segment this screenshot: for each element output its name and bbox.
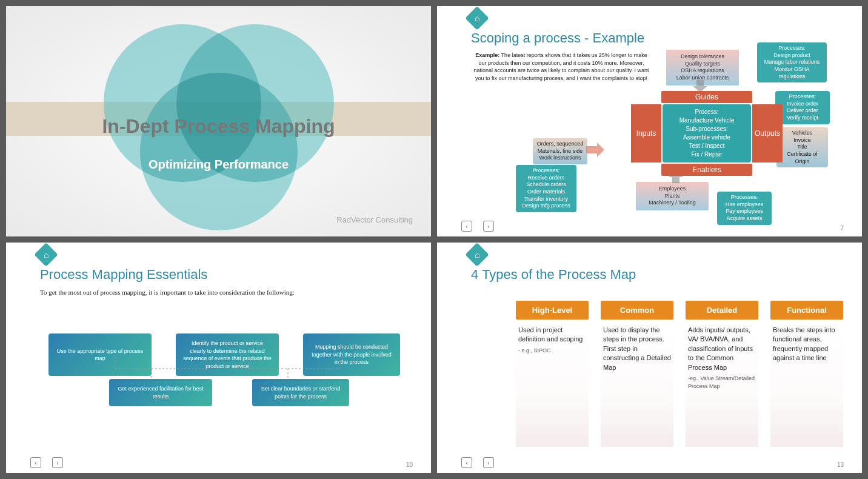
type-body: Used to display the steps in the process… [601,326,673,447]
prev-button[interactable]: ‹ [30,457,41,468]
next-button[interactable]: › [52,457,63,468]
example-text: Example: The latest reports shows that i… [473,52,649,82]
slide-nav: ‹ › [461,457,494,468]
brand-label: RadVector Consulting [336,215,413,224]
type-col: Detailed Adds inputs/ outputs, VA/ BVA/N… [686,301,758,447]
type-heading: Detailed [686,301,758,320]
presentation-title: In-Dept Process Mapping [6,115,431,138]
page-number: 7 [840,225,844,232]
slide-title: In-Dept Process Mapping Optimizing Perfo… [6,6,431,236]
type-heading: Common [601,301,673,320]
essentials-bottom-row: Get experienced facilitation for best re… [109,379,349,406]
essential-box: Set clear boundaries or start/end points… [252,379,349,406]
type-col: High-Level Used in project definition an… [516,301,589,447]
types-row: High-Level Used in project definition an… [516,301,862,447]
outputs-data-box: VehiclesInvoiceTitleCertificate of Origi… [776,127,828,167]
guides-label: Guides [661,91,752,103]
enablers-data-box: EmployeesPlantsMachinery / Tooling [636,182,709,210]
slide-scoping-example: ⌂ Scoping a process - Example Example: T… [437,6,862,236]
slide-heading: 4 Types of the Process Map [471,267,862,283]
page-number: 13 [837,461,844,468]
type-heading: Functional [770,301,843,320]
home-icon[interactable]: ⌂ [34,243,58,267]
connectors [48,357,400,381]
inputs-processes-box: Processes:Receive ordersSchedule ordersO… [516,165,576,212]
enablers-label: Enablers [661,164,752,176]
outputs-processes-box: Processes:Invoice orderDeliver orderVeri… [775,91,830,124]
venn-circle [140,73,298,230]
inputs-data-box: Orders, sequencedMaterials, line sideWor… [533,138,587,164]
intro-text: To get the most out of process mapping, … [40,289,431,296]
process-center-box: Process:Manufacture VehicleSub-processes… [663,104,751,162]
page-number: 10 [406,461,413,468]
type-body: Adds inputs/ outputs, VA/ BVA/NVA, and c… [686,326,758,447]
scoping-frame: Guides Inputs Process:Manufacture Vehicl… [601,91,783,176]
slide-essentials: ⌂ Process Mapping Essentials To get the … [6,243,431,473]
prev-button[interactable]: ‹ [461,457,472,468]
type-body: Breaks the steps into functional areas, … [770,326,843,447]
next-button[interactable]: › [483,457,494,468]
home-icon[interactable]: ⌂ [465,6,489,30]
type-heading: High-Level [516,301,589,320]
guides-data-box: Design tolerancesQuality targetsOSHA reg… [666,50,739,85]
outputs-label: Outputs [752,104,783,162]
presentation-subtitle: Optimizing Performance [6,158,431,172]
prev-button[interactable]: ‹ [461,221,472,232]
home-icon[interactable]: ⌂ [465,243,489,267]
type-body: Used in project definition and scoping- … [516,326,589,447]
enablers-processes-box: Processes:Hire employeesPay employeesAcq… [717,192,772,225]
next-button[interactable]: › [483,221,494,232]
type-col: Functional Breaks the steps into functio… [770,301,843,447]
slide-four-types: ⌂ 4 Types of the Process Map High-Level … [437,243,862,473]
slide-nav: ‹ › [461,221,494,232]
slide-nav: ‹ › [30,457,63,468]
inputs-label: Inputs [631,104,661,162]
slide-heading: Process Mapping Essentials [40,267,431,283]
type-col: Common Used to display the steps in the … [601,301,673,447]
guides-processes-box: Processes:Design productManage labor rel… [757,42,827,82]
essential-box: Get experienced facilitation for best re… [109,379,212,406]
